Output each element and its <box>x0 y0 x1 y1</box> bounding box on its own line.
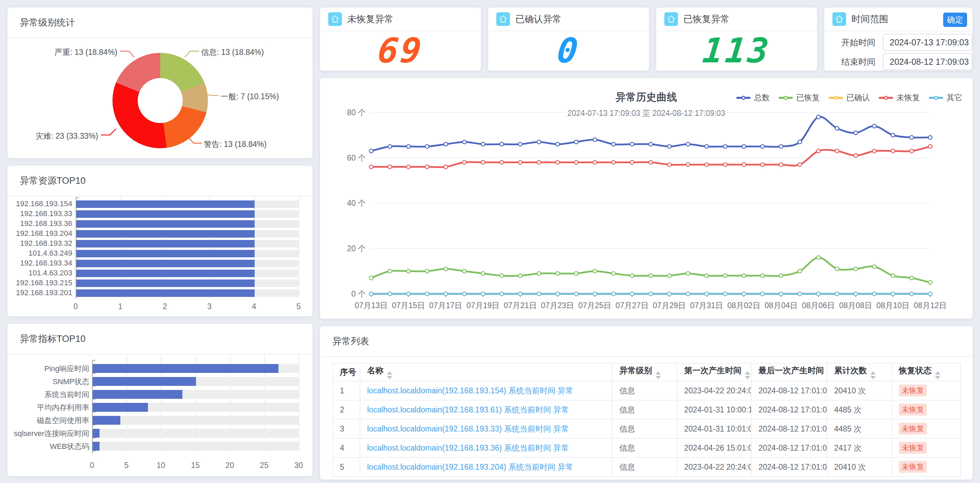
cell-count: 4485 次 <box>827 419 892 439</box>
end-time-input[interactable]: 2024-08-12 17:09:03 <box>883 53 972 70</box>
cell-status: 未恢复 <box>892 400 961 419</box>
series-line-已恢复 <box>371 258 930 283</box>
bar <box>76 250 255 257</box>
bar <box>93 377 196 386</box>
y-axis-tick <box>92 360 95 361</box>
confirm-button[interactable]: 确定 <box>943 13 967 27</box>
stat-card-recovered-label: 已恢复异常 <box>683 13 729 25</box>
bar <box>93 390 182 399</box>
cell-last-time: 2024-08-12 17:01:04 <box>751 400 827 419</box>
bar <box>93 416 120 425</box>
x-tick-label: 0 <box>90 461 94 470</box>
bar <box>93 364 278 373</box>
status-badge: 未恢复 <box>899 384 927 396</box>
exception-link[interactable]: localhost.localdomain(192.168.193.36) 系统… <box>367 443 569 452</box>
bar-category-label: 192.168.193.201 <box>16 288 72 297</box>
cell-no: 3 <box>332 419 360 439</box>
cell-first-time: 2024-01-31 10:00:11 <box>677 400 751 419</box>
end-time-label: 结束时间 <box>824 56 875 67</box>
stat-card-confirmed-label: 已确认异常 <box>515 13 562 25</box>
exception-link[interactable]: localhost.localdomain(192.168.193.204) 系… <box>367 462 573 472</box>
panel-level-stats-header: 异常级别统计 <box>8 8 313 38</box>
sort-icon[interactable] <box>870 371 876 380</box>
cell-status: 未恢复 <box>892 439 961 458</box>
stat-card-unrecovered-label: 未恢复异常 <box>347 13 393 25</box>
exception-link[interactable]: localhost.localdomain(192.168.193.154) 系… <box>367 386 573 395</box>
column-header-异常级别[interactable]: 异常级别 <box>612 363 677 381</box>
svg-text:08月04日: 08月04日 <box>765 301 798 310</box>
bar-category-label: 101.4.63.249 <box>29 249 72 258</box>
stat-card-recovered-header: 已恢复异常 <box>656 8 817 31</box>
bar-category-label: 192.168.193.32 <box>20 239 72 248</box>
table-row: 2localhost.localdomain(192.168.193.61) 系… <box>332 400 961 419</box>
exception-link[interactable]: localhost.localdomain(192.168.193.33) 系统… <box>367 424 569 433</box>
panel-exception-list-header: 异常列表 <box>320 326 972 357</box>
exception-link[interactable]: localhost.localdomain(192.168.193.61) 系统… <box>367 405 569 414</box>
panel-resources-top10-header: 异常资源TOP10 <box>8 166 313 196</box>
bar-category-label: 平均内存利用率 <box>37 402 89 413</box>
cell-first-time: 2023-04-22 20:24:03 <box>677 381 751 400</box>
panel-exception-list: 异常列表 序号名称异常级别第一次产生时间最后一次产生时间累计次数恢复状态1loc… <box>320 326 972 480</box>
cell-status: 未恢复 <box>892 419 961 439</box>
column-header-累计次数[interactable]: 累计次数 <box>827 363 892 381</box>
bar-category-label: 192.168.193.34 <box>20 259 72 268</box>
cell-last-time: 2024-08-12 17:01:04 <box>751 439 827 458</box>
sort-icon[interactable] <box>387 371 392 380</box>
cell-count: 20410 次 <box>827 458 892 477</box>
svg-text:08月06日: 08月06日 <box>802 301 835 310</box>
panel-resources-top10-title: 异常资源TOP10 <box>20 175 86 187</box>
pie-label-信息: 信息: 13 (18.84%) <box>201 47 264 57</box>
svg-text:07月15日: 07月15日 <box>392 301 425 310</box>
cell-no: 2 <box>332 400 360 419</box>
sort-icon[interactable] <box>655 371 661 380</box>
column-header-最后一次产生时间[interactable]: 最后一次产生时间 <box>751 363 827 381</box>
x-tick-label: 30 <box>294 461 303 470</box>
bar <box>76 270 255 277</box>
cell-no: 4 <box>332 439 360 458</box>
table-row: 1localhost.localdomain(192.168.193.154) … <box>332 381 961 400</box>
bar-category-label: 192.168.193.33 <box>20 209 72 218</box>
cell-count: 20410 次 <box>827 381 892 400</box>
bar-track <box>93 429 299 438</box>
bar-track <box>93 416 299 425</box>
sort-icon[interactable] <box>935 371 940 380</box>
cell-level: 信息 <box>612 439 677 458</box>
column-header-恢复状态[interactable]: 恢复状态 <box>892 363 961 381</box>
x-tick-label: 20 <box>225 461 234 470</box>
stat-card-recovered: 已恢复异常 113 <box>656 8 817 71</box>
cell-no: 1 <box>332 381 360 400</box>
x-tick-label: 4 <box>252 302 256 311</box>
y-axis-tick <box>92 373 95 373</box>
table-row: 3localhost.localdomain(192.168.193.33) 系… <box>332 419 961 439</box>
time-range-title: 时间范围 <box>851 13 888 25</box>
svg-text:07月21日: 07月21日 <box>504 301 537 310</box>
panel-metrics-top10-header: 异常指标TOP10 <box>8 324 313 354</box>
column-header-第一次产生时间[interactable]: 第一次产生时间 <box>677 363 751 381</box>
sort-icon[interactable] <box>745 371 750 380</box>
cell-status: 未恢复 <box>892 458 961 477</box>
x-tick-label: 25 <box>260 461 269 470</box>
svg-text:08月02日: 08月02日 <box>727 301 760 310</box>
history-line-chart: 0 个20 个40 个60 个80 个07月13日07月15日07月17日07月… <box>320 78 972 319</box>
panel-metrics-top10: 异常指标TOP10 051015202530Ping响应时间SNMP状态系统当前… <box>8 324 313 476</box>
home-icon <box>832 12 846 26</box>
start-time-input[interactable]: 2024-07-13 17:09:03 <box>883 34 972 51</box>
x-tick-label: 5 <box>124 461 129 470</box>
cell-name: localhost.localdomain(192.168.193.204) 系… <box>360 458 612 477</box>
pie-label-警告: 警告: 13 (18.84%) <box>204 139 267 149</box>
stat-card-confirmed-value: 0 <box>555 31 582 71</box>
y-axis-tick <box>76 197 79 198</box>
cell-first-time: 2024-04-26 15:01:03 <box>677 439 751 458</box>
cell-count: 4485 次 <box>827 400 892 419</box>
cell-level: 信息 <box>612 458 677 477</box>
status-badge: 未恢复 <box>899 404 927 416</box>
x-tick-label: 0 <box>74 302 78 311</box>
bar-category-label: 磁盘空间使用率 <box>37 416 89 426</box>
svg-text:20 个: 20 个 <box>347 244 366 253</box>
column-header-名称[interactable]: 名称 <box>360 363 612 381</box>
stat-card-unrecovered-value: 69 <box>376 31 425 71</box>
y-axis-tick <box>92 386 95 386</box>
gridline <box>299 354 299 451</box>
home-icon <box>664 12 678 26</box>
bar <box>76 280 255 287</box>
